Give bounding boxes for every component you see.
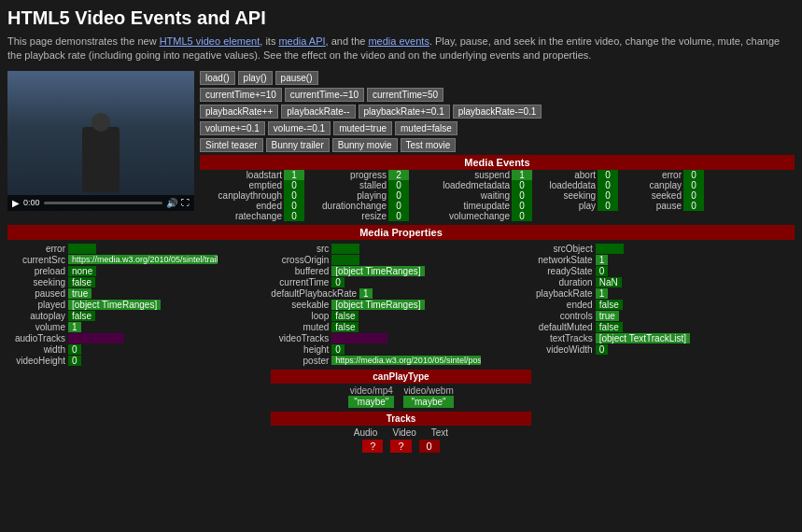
pause-btn[interactable]: pause() xyxy=(275,71,318,85)
media-events-container: Media Events loadstart 1 progress 2 susp… xyxy=(200,155,795,221)
prop-loop: loop false xyxy=(271,311,530,321)
time-50-btn[interactable]: currentTime=50 xyxy=(367,88,443,102)
canplay-mp4-type: video/mp4 xyxy=(348,385,394,396)
rate-plus01-btn[interactable]: playbackRate+=0.1 xyxy=(359,105,450,119)
mute-true-btn[interactable]: muted=true xyxy=(333,121,392,135)
vol-minus-btn[interactable]: volume-=0.1 xyxy=(268,121,331,135)
prop-poster: poster https://media.w3.org/2010/05/sint… xyxy=(271,356,530,366)
video-player[interactable]: ▶ 0:00 🔊 ⛶ xyxy=(7,71,194,211)
progress-bar[interactable] xyxy=(44,202,162,204)
tracks-header: Tracks xyxy=(271,412,530,426)
track-audio-label: Audio xyxy=(354,427,378,438)
media-properties-header: Media Properties xyxy=(7,225,795,240)
event-progress-val: 2 xyxy=(388,170,409,180)
bunny-trailer-btn[interactable]: Bunny trailer xyxy=(266,138,330,152)
event-play-val: 0 xyxy=(598,201,618,211)
prop-autoplay: autoplay false xyxy=(7,311,267,321)
btn-row-1: load() play() pause() xyxy=(200,71,795,85)
event-durationchange-name: durationchange xyxy=(304,201,388,211)
prop-networkstate: networkState 1 xyxy=(535,255,795,265)
load-btn[interactable]: load() xyxy=(200,71,235,85)
event-ended-val: 0 xyxy=(284,201,304,211)
props-center-col: src crossOrigin buffered [object TimeRan… xyxy=(271,244,530,453)
prop-volume: volume 1 xyxy=(7,322,267,332)
prop-currentsrc: currentSrc https://media.w3.org/2010/05/… xyxy=(7,255,267,265)
event-suspend-name: suspend xyxy=(409,170,512,180)
track-text-label: Text xyxy=(431,427,448,438)
prop-videowidth: videoWidth 0 xyxy=(535,344,795,355)
event-canplay-name: canplay xyxy=(618,180,683,190)
event-ratechange-val: 0 xyxy=(284,211,304,221)
event-loadeddata-val: 0 xyxy=(598,180,618,190)
event-volumechange-name: volumechange xyxy=(409,211,512,221)
event-emptied-name: emptied xyxy=(200,180,284,190)
track-video-val: ? xyxy=(390,440,411,453)
play-button[interactable]: ▶ xyxy=(12,198,20,208)
event-playing-val: 0 xyxy=(388,190,409,201)
track-video-label: Video xyxy=(392,427,415,438)
tracks-section: Tracks Audio Video Text ? ? 0 xyxy=(271,412,530,453)
bunny-movie-btn[interactable]: Bunny movie xyxy=(332,138,398,152)
event-abort-name: abort xyxy=(532,170,598,180)
prop-paused: paused true xyxy=(7,288,267,299)
page-title: HTML5 Video Events and API xyxy=(7,7,795,29)
prop-defaultmuted: defaultMuted false xyxy=(535,322,795,332)
prop-currenttime: currentTime 0 xyxy=(271,277,530,287)
rate-minusminus-btn[interactable]: playbackRate-- xyxy=(281,105,355,119)
rate-minus01-btn[interactable]: playbackRate-=0.1 xyxy=(453,105,542,119)
tracks-values: ? ? 0 xyxy=(271,440,530,453)
event-volumechange-val: 0 xyxy=(512,211,532,221)
track-text-val: 0 xyxy=(419,440,440,453)
play-btn-ctrl[interactable]: play() xyxy=(238,71,273,85)
event-timeupdate-val: 0 xyxy=(512,201,532,211)
event-resize-val: 0 xyxy=(388,211,409,221)
volume-icon[interactable]: 🔊 xyxy=(166,198,177,208)
prop-muted: muted false xyxy=(271,322,530,332)
canplay-webm-type: video/webm xyxy=(403,385,453,396)
event-playing-name: playing xyxy=(304,190,388,201)
canplay-mp4: video/mp4 "maybe" xyxy=(348,385,394,408)
event-pause-val: 0 xyxy=(683,201,704,211)
btn-row-2: currentTime+=10 currentTime-=10 currentT… xyxy=(200,88,795,102)
prop-preload: preload none xyxy=(7,266,267,276)
mute-false-btn[interactable]: muted=false xyxy=(395,121,457,135)
intro-text: This page demonstrates the new HTML5 vid… xyxy=(7,35,795,63)
vol-plus-btn[interactable]: volume+=0.1 xyxy=(200,121,265,135)
prop-duration: duration NaN xyxy=(535,277,795,287)
events-grid: loadstart 1 progress 2 suspend 1 abort 0… xyxy=(200,170,795,221)
fullscreen-icon[interactable]: ⛶ xyxy=(181,198,190,207)
event-stalled-name: stalled xyxy=(304,180,388,190)
event-error-val: 0 xyxy=(683,170,704,180)
time-plus10-btn[interactable]: currentTime+=10 xyxy=(200,88,282,102)
track-audio-val: ? xyxy=(362,440,383,453)
canplay-mp4-val: "maybe" xyxy=(348,396,394,408)
event-timeupdate-name: timeupdate xyxy=(409,201,512,211)
canplaytype-header: canPlayType xyxy=(271,370,530,384)
btn-row-3: playbackRate++ playbackRate-- playbackRa… xyxy=(200,105,795,119)
event-loadedmetadata-name: loadedmetadata xyxy=(409,180,512,190)
canplay-webm: video/webm "maybe" xyxy=(403,385,453,408)
sintel-teaser-btn[interactable]: Sintel teaser xyxy=(200,138,263,152)
test-movie-btn[interactable]: Test movie xyxy=(401,138,457,152)
prop-played: played [object TimeRanges] xyxy=(7,300,267,310)
time-minus10-btn[interactable]: currentTime-=10 xyxy=(285,88,364,102)
event-pause-name: pause xyxy=(618,201,683,211)
event-error-name: error xyxy=(618,170,683,180)
prop-error: error xyxy=(7,244,267,254)
canplaytype-section: canPlayType video/mp4 "maybe" video/webm… xyxy=(271,370,530,408)
event-ended-name: ended xyxy=(200,201,284,211)
rate-plusplus-btn[interactable]: playbackRate++ xyxy=(200,105,278,119)
event-durationchange-val: 0 xyxy=(388,201,409,211)
prop-texttracks: textTracks [object TextTrackList] xyxy=(535,333,795,343)
prop-videoheight: videoHeight 0 xyxy=(7,356,267,366)
canplay-webm-val: "maybe" xyxy=(403,396,453,408)
prop-height: height 0 xyxy=(271,344,530,355)
prop-playbackrate: playbackRate 1 xyxy=(535,288,795,299)
event-seeked-val: 0 xyxy=(683,190,704,201)
event-seeking-val: 0 xyxy=(598,190,618,201)
event-loadstart-val: 1 xyxy=(284,170,304,180)
event-waiting-val: 0 xyxy=(512,190,532,201)
event-stalled-val: 0 xyxy=(388,180,409,190)
event-abort-val: 0 xyxy=(598,170,618,180)
event-seeked-name: seeked xyxy=(618,190,683,201)
